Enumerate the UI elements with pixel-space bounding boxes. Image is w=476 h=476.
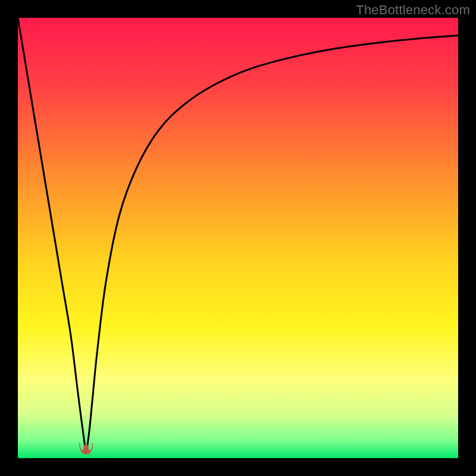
watermark-text: TheBottleneck.com bbox=[356, 2, 470, 18]
chart-svg bbox=[18, 18, 458, 458]
chart-frame: TheBottleneck.com bbox=[0, 0, 476, 476]
gradient-rect bbox=[18, 18, 458, 458]
plot-area bbox=[18, 18, 458, 458]
